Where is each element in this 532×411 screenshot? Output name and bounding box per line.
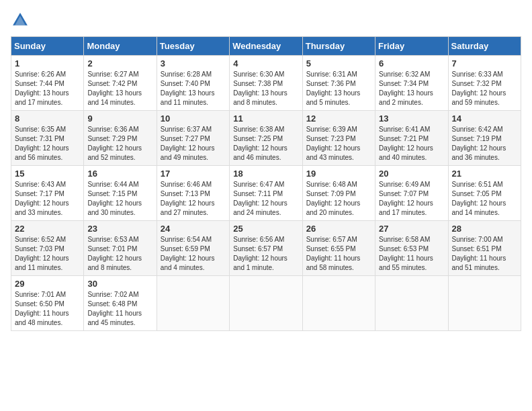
calendar-cell: [375, 276, 448, 331]
calendar-cell: 14 Sunrise: 6:42 AMSunset: 7:19 PMDaylig…: [448, 111, 521, 166]
day-detail: Sunrise: 6:37 AMSunset: 7:27 PMDaylight:…: [161, 126, 215, 161]
calendar-cell: [448, 276, 521, 331]
day-detail: Sunrise: 6:38 AMSunset: 7:25 PMDaylight:…: [233, 126, 287, 161]
calendar-cell: 19 Sunrise: 6:48 AMSunset: 7:09 PMDaylig…: [302, 166, 375, 221]
day-number: 20: [379, 169, 444, 179]
day-number: 4: [233, 58, 298, 68]
column-header-sunday: Sunday: [11, 37, 84, 56]
calendar-cell: 15 Sunrise: 6:43 AMSunset: 7:17 PMDaylig…: [11, 166, 84, 221]
day-number: 14: [452, 113, 517, 124]
week-row-2: 8 Sunrise: 6:35 AMSunset: 7:31 PMDayligh…: [11, 111, 521, 166]
column-header-thursday: Thursday: [302, 37, 375, 56]
calendar-cell: [302, 276, 375, 331]
logo: [11, 11, 32, 30]
calendar-cell: 27 Sunrise: 6:58 AMSunset: 6:53 PMDaylig…: [375, 221, 448, 276]
day-detail: Sunrise: 7:01 AMSunset: 6:50 PMDaylight:…: [15, 291, 69, 326]
day-number: 5: [306, 58, 371, 68]
day-detail: Sunrise: 6:44 AMSunset: 7:15 PMDaylight:…: [87, 181, 142, 216]
calendar-body: 1 Sunrise: 6:26 AMSunset: 7:44 PMDayligh…: [11, 56, 521, 331]
day-detail: Sunrise: 6:39 AMSunset: 7:23 PMDaylight:…: [306, 126, 361, 161]
calendar-table: SundayMondayTuesdayWednesdayThursdayFrid…: [11, 36, 521, 331]
day-number: 21: [452, 169, 517, 179]
week-row-1: 1 Sunrise: 6:26 AMSunset: 7:44 PMDayligh…: [11, 56, 521, 111]
day-detail: Sunrise: 6:56 AMSunset: 6:57 PMDaylight:…: [233, 236, 287, 271]
column-header-monday: Monday: [84, 37, 157, 56]
day-detail: Sunrise: 6:30 AMSunset: 7:38 PMDaylight:…: [233, 71, 287, 106]
day-detail: Sunrise: 6:46 AMSunset: 7:13 PMDaylight:…: [161, 181, 215, 216]
day-number: 17: [161, 169, 226, 179]
day-detail: Sunrise: 6:54 AMSunset: 6:59 PMDaylight:…: [161, 236, 215, 271]
day-detail: Sunrise: 6:51 AMSunset: 7:05 PMDaylight:…: [452, 181, 506, 216]
day-detail: Sunrise: 6:27 AMSunset: 7:42 PMDaylight:…: [87, 71, 142, 106]
calendar-cell: 8 Sunrise: 6:35 AMSunset: 7:31 PMDayligh…: [11, 111, 84, 166]
calendar-cell: 11 Sunrise: 6:38 AMSunset: 7:25 PMDaylig…: [230, 111, 302, 166]
day-number: 10: [161, 113, 226, 124]
day-number: 29: [15, 279, 80, 289]
day-number: 3: [161, 58, 226, 68]
day-detail: Sunrise: 6:48 AMSunset: 7:09 PMDaylight:…: [306, 181, 361, 216]
calendar-cell: 5 Sunrise: 6:31 AMSunset: 7:36 PMDayligh…: [302, 56, 375, 111]
calendar-cell: [230, 276, 302, 331]
day-number: 13: [379, 113, 444, 124]
day-detail: Sunrise: 6:36 AMSunset: 7:29 PMDaylight:…: [87, 126, 142, 161]
calendar-cell: 20 Sunrise: 6:49 AMSunset: 7:07 PMDaylig…: [375, 166, 448, 221]
calendar-cell: 9 Sunrise: 6:36 AMSunset: 7:29 PMDayligh…: [84, 111, 157, 166]
calendar-cell: 13 Sunrise: 6:41 AMSunset: 7:21 PMDaylig…: [375, 111, 448, 166]
day-detail: Sunrise: 6:28 AMSunset: 7:40 PMDaylight:…: [161, 71, 215, 106]
day-number: 23: [87, 224, 152, 234]
calendar-cell: 16 Sunrise: 6:44 AMSunset: 7:15 PMDaylig…: [84, 166, 157, 221]
column-header-wednesday: Wednesday: [230, 37, 302, 56]
day-detail: Sunrise: 6:52 AMSunset: 7:03 PMDaylight:…: [15, 236, 69, 271]
header: [11, 11, 521, 30]
calendar-cell: 23 Sunrise: 6:53 AMSunset: 7:01 PMDaylig…: [84, 221, 157, 276]
day-number: 6: [379, 58, 444, 68]
day-detail: Sunrise: 6:35 AMSunset: 7:31 PMDaylight:…: [15, 126, 69, 161]
day-number: 24: [161, 224, 226, 234]
day-number: 2: [87, 58, 152, 68]
calendar-cell: 4 Sunrise: 6:30 AMSunset: 7:38 PMDayligh…: [230, 56, 302, 111]
day-number: 18: [233, 169, 298, 179]
day-number: 27: [379, 224, 444, 234]
day-number: 11: [233, 113, 298, 124]
day-detail: Sunrise: 7:00 AMSunset: 6:51 PMDaylight:…: [452, 236, 506, 271]
week-row-4: 22 Sunrise: 6:52 AMSunset: 7:03 PMDaylig…: [11, 221, 521, 276]
calendar-cell: 25 Sunrise: 6:56 AMSunset: 6:57 PMDaylig…: [230, 221, 302, 276]
day-detail: Sunrise: 6:49 AMSunset: 7:07 PMDaylight:…: [379, 181, 433, 216]
day-detail: Sunrise: 6:42 AMSunset: 7:19 PMDaylight:…: [452, 126, 506, 161]
calendar-cell: [157, 276, 229, 331]
calendar-cell: 30 Sunrise: 7:02 AMSunset: 6:48 PMDaylig…: [84, 276, 157, 331]
calendar-cell: 26 Sunrise: 6:57 AMSunset: 6:55 PMDaylig…: [302, 221, 375, 276]
day-number: 8: [15, 113, 80, 124]
day-number: 22: [15, 224, 80, 234]
day-number: 15: [15, 169, 80, 179]
calendar-cell: 3 Sunrise: 6:28 AMSunset: 7:40 PMDayligh…: [157, 56, 229, 111]
column-header-tuesday: Tuesday: [157, 37, 229, 56]
calendar-cell: 21 Sunrise: 6:51 AMSunset: 7:05 PMDaylig…: [448, 166, 521, 221]
day-detail: Sunrise: 6:53 AMSunset: 7:01 PMDaylight:…: [87, 236, 142, 271]
calendar-cell: 22 Sunrise: 6:52 AMSunset: 7:03 PMDaylig…: [11, 221, 84, 276]
day-detail: Sunrise: 6:31 AMSunset: 7:36 PMDaylight:…: [306, 71, 361, 106]
day-number: 1: [15, 58, 80, 68]
calendar-cell: 17 Sunrise: 6:46 AMSunset: 7:13 PMDaylig…: [157, 166, 229, 221]
calendar-cell: 1 Sunrise: 6:26 AMSunset: 7:44 PMDayligh…: [11, 56, 84, 111]
calendar-cell: 7 Sunrise: 6:33 AMSunset: 7:32 PMDayligh…: [448, 56, 521, 111]
logo-icon: [11, 11, 30, 30]
column-header-friday: Friday: [375, 37, 448, 56]
calendar-cell: 29 Sunrise: 7:01 AMSunset: 6:50 PMDaylig…: [11, 276, 84, 331]
day-detail: Sunrise: 6:41 AMSunset: 7:21 PMDaylight:…: [379, 126, 433, 161]
day-number: 19: [306, 169, 371, 179]
calendar-cell: 6 Sunrise: 6:32 AMSunset: 7:34 PMDayligh…: [375, 56, 448, 111]
calendar-cell: 12 Sunrise: 6:39 AMSunset: 7:23 PMDaylig…: [302, 111, 375, 166]
calendar-cell: 2 Sunrise: 6:27 AMSunset: 7:42 PMDayligh…: [84, 56, 157, 111]
day-detail: Sunrise: 6:33 AMSunset: 7:32 PMDaylight:…: [452, 71, 506, 106]
day-number: 16: [87, 169, 152, 179]
day-detail: Sunrise: 6:26 AMSunset: 7:44 PMDaylight:…: [15, 71, 69, 106]
day-number: 9: [87, 113, 152, 124]
calendar-cell: 10 Sunrise: 6:37 AMSunset: 7:27 PMDaylig…: [157, 111, 229, 166]
day-detail: Sunrise: 6:47 AMSunset: 7:11 PMDaylight:…: [233, 181, 287, 216]
day-number: 12: [306, 113, 371, 124]
day-number: 28: [452, 224, 517, 234]
day-detail: Sunrise: 6:57 AMSunset: 6:55 PMDaylight:…: [306, 236, 361, 271]
column-headers-row: SundayMondayTuesdayWednesdayThursdayFrid…: [11, 37, 521, 56]
day-number: 30: [87, 279, 152, 289]
